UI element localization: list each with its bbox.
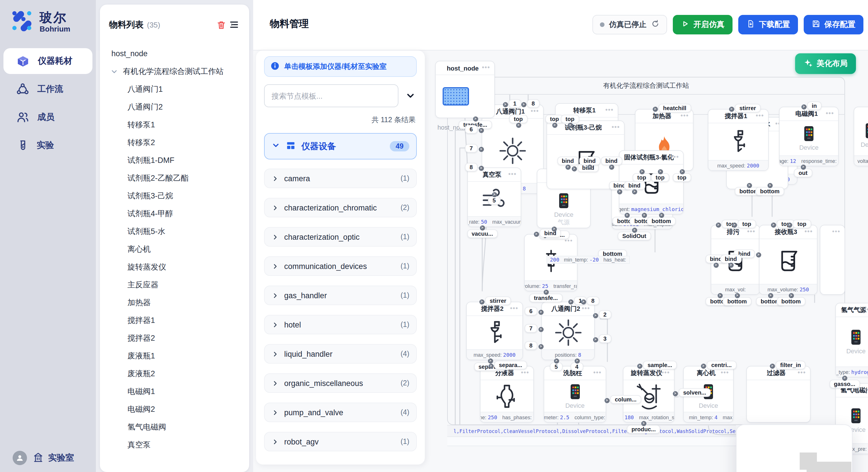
tree-item-19[interactable]: 氢气电磁阀 [104,418,245,436]
port-6[interactable]: 6 [465,125,477,134]
node-menu-icon[interactable]: ••• [508,170,517,177]
connector-dot[interactable]: > [478,165,484,171]
port-colum[interactable]: colum... [610,395,641,404]
node-menu-icon[interactable]: ••• [747,228,755,235]
save-config-button[interactable]: 保存配置 [804,15,863,34]
connector-dot[interactable]: > [679,169,685,174]
tree-item-7[interactable]: 试剂瓶4-甲醇 [104,205,245,223]
connector-dot[interactable]: > [479,225,485,230]
connector-dot[interactable]: > [593,337,598,342]
connector-dot[interactable]: > [771,222,776,227]
tree-item-4[interactable]: 试剂瓶1-DMF [104,151,245,169]
port-transfe[interactable]: transfe... [529,294,562,302]
connector-dot[interactable]: > [716,222,721,227]
port-6[interactable]: 6 [525,307,537,315]
connector-dot[interactable]: > [728,262,733,268]
connector-dot[interactable]: > [478,146,484,152]
connector-dot[interactable]: > [551,226,557,231]
tree-item-8[interactable]: 试剂瓶5-水 [104,223,245,240]
collapse-list-icon[interactable] [227,19,240,31]
port-8[interactable]: 8 [525,341,537,350]
node-menu-icon[interactable]: ••• [671,153,679,160]
connector-dot[interactable]: > [488,363,493,369]
node-menu-icon[interactable]: ••• [521,369,529,376]
tree-item-15[interactable]: 废液瓶1 [104,347,245,365]
beautify-layout-button[interactable]: 美化布局 [795,53,856,74]
connector-dot[interactable]: > [642,212,647,217]
connector-dot[interactable]: > [575,358,580,363]
connector-dot[interactable]: > [587,164,592,169]
connector-dot[interactable]: > [538,309,544,314]
node-rotovap[interactable]: 旋转蒸发仪•••temp: 180max_rotation_speed: [623,366,675,423]
connector-dot[interactable]: > [609,164,614,169]
category-characterization_optic[interactable]: characterization_optic(1) [264,227,417,247]
tree-item-0[interactable]: 八通阀门1 [104,80,245,98]
port-2[interactable]: 2 [599,310,611,319]
node-stir2[interactable]: 搅拌器2•••max_speed: 2000 [466,302,523,360]
node-menu-icon[interactable]: ••• [662,369,670,376]
connector-dot[interactable]: > [478,128,484,133]
node-menu-icon[interactable]: ••• [612,123,620,130]
port-7[interactable]: 7 [525,324,537,333]
sidebar-item-3[interactable]: 实验 [3,133,92,158]
download-config-button[interactable]: 下载配置 [738,15,798,34]
connector-dot[interactable]: > [770,363,775,369]
node-jsp3[interactable]: 接收瓶3•••max_volume: 250 [759,225,817,295]
port-SolidOut[interactable]: SolidOut [618,232,651,240]
tree-item-5[interactable]: 试剂瓶2-乙酸乙酯 [104,169,245,187]
tree-root-host-node[interactable]: host_node [104,45,245,63]
connector-dot[interactable]: > [801,164,806,169]
node-menu-icon[interactable]: ••• [756,112,764,119]
port-heatchill[interactable]: heatchill [658,104,691,112]
node-menu-icon[interactable]: ••• [798,369,806,376]
start-simulation-button[interactable]: 开启仿真 [673,15,733,34]
refresh-icon[interactable] [651,20,660,30]
port-8[interactable]: 8 [527,99,539,108]
node-valve2[interactable]: 八通阀门2•••positions: 8 [541,302,595,360]
tree-item-1[interactable]: 八通阀门2 [104,98,245,116]
trash-icon[interactable] [215,19,227,31]
connector-dot[interactable]: > [617,189,622,194]
connector-dot[interactable]: > [568,299,573,304]
sidebar-item-0[interactable]: 仪器耗材 [3,48,92,74]
port-sample[interactable]: sample... [643,361,677,369]
connector-dot[interactable]: > [473,116,478,121]
node-host[interactable]: host_node••• [435,61,495,118]
port-top[interactable]: top [738,220,756,228]
connector-dot[interactable]: > [637,363,642,369]
connector-dot[interactable]: > [571,166,577,171]
node-menu-icon[interactable]: ••• [805,228,813,235]
brand-logo[interactable]: 玻尔 Bohrium [0,0,96,36]
connector-dot[interactable]: > [503,102,508,107]
connector-dot[interactable]: > [767,183,772,188]
connector-dot[interactable]: > [521,102,526,107]
port-4[interactable]: 4 [570,363,583,371]
tree-item-9[interactable]: 离心机 [104,240,245,258]
connector-dot[interactable]: > [641,421,646,426]
category-camera[interactable]: camera(1) [264,169,417,188]
user-avatar[interactable] [12,451,27,465]
node-menu-icon[interactable]: ••• [681,112,689,119]
connector-dot[interactable]: > [492,192,497,197]
group-instrument-devices[interactable]: 仪器设备 49 [264,133,417,160]
lab-switcher[interactable]: 实验室 [33,452,74,464]
node-menu-icon[interactable]: ••• [606,106,614,113]
port-bottom[interactable]: bottom [755,187,784,196]
node-sole1[interactable]: 电磁阀1•••Devicevoltage: 12response_time: 0… [779,107,839,166]
connector-dot[interactable]: > [673,391,678,396]
port-top[interactable]: top [632,173,651,182]
connector-dot[interactable]: > [544,289,549,295]
port-bind[interactable]: bind [557,157,578,165]
port-produc[interactable]: produc... [627,425,660,434]
node-filter[interactable]: 过滤器••• [746,366,811,423]
connector-dot[interactable]: > [639,169,644,174]
node-menu-icon[interactable]: ••• [826,109,834,116]
connector-dot[interactable]: > [552,123,557,128]
connector-dot[interactable]: > [659,212,664,217]
connector-dot[interactable]: > [538,344,544,349]
connector-dot[interactable]: > [632,189,637,194]
port-centri[interactable]: centri... [707,361,736,369]
port-vacuu[interactable]: vacuu... [467,229,498,238]
category-gas_handler[interactable]: gas_handler(1) [264,285,417,305]
tree-item-14[interactable]: 搅拌器2 [104,329,245,347]
